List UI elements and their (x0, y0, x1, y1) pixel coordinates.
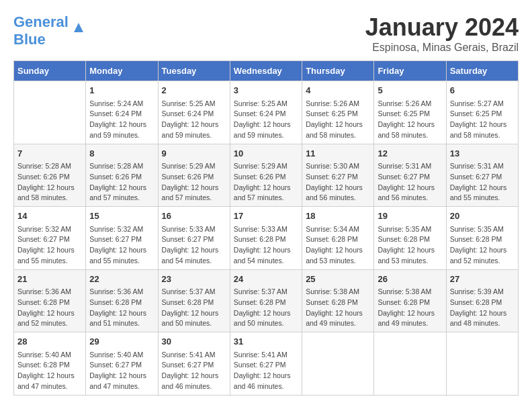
day-number: 7 (17, 147, 82, 161)
calendar-day-cell: 25Sunrise: 5:38 AM Sunset: 6:28 PM Dayli… (302, 269, 374, 332)
day-number: 11 (306, 147, 370, 161)
day-info: Sunrise: 5:32 AM Sunset: 6:27 PM Dayligh… (17, 224, 82, 267)
day-number: 27 (450, 273, 515, 286)
month-year-title: January 2024 (365, 13, 519, 42)
day-number: 5 (378, 84, 442, 97)
column-header-monday: Monday (86, 61, 158, 81)
day-info: Sunrise: 5:36 AM Sunset: 6:28 PM Dayligh… (89, 287, 154, 329)
svg-marker-0 (74, 23, 83, 32)
calendar-day-cell: 7Sunrise: 5:28 AM Sunset: 6:26 PM Daylig… (14, 144, 86, 207)
day-info: Sunrise: 5:36 AM Sunset: 6:28 PM Dayligh… (17, 287, 82, 329)
day-number: 19 (378, 210, 442, 223)
day-number: 25 (306, 273, 370, 286)
day-info: Sunrise: 5:41 AM Sunset: 6:27 PM Dayligh… (162, 350, 226, 392)
calendar-day-cell: 28Sunrise: 5:40 AM Sunset: 6:28 PM Dayli… (14, 332, 86, 396)
calendar-day-cell: 1Sunrise: 5:24 AM Sunset: 6:24 PM Daylig… (86, 81, 158, 144)
calendar-day-cell: 21Sunrise: 5:36 AM Sunset: 6:28 PM Dayli… (14, 269, 86, 332)
day-info: Sunrise: 5:29 AM Sunset: 6:26 PM Dayligh… (162, 161, 226, 203)
calendar-header-row: SundayMondayTuesdayWednesdayThursdayFrid… (14, 61, 519, 81)
day-info: Sunrise: 5:31 AM Sunset: 6:27 PM Dayligh… (378, 161, 442, 203)
day-number: 9 (162, 147, 226, 161)
calendar-day-cell: 11Sunrise: 5:30 AM Sunset: 6:27 PM Dayli… (302, 144, 374, 207)
day-info: Sunrise: 5:31 AM Sunset: 6:27 PM Dayligh… (450, 161, 515, 203)
column-header-wednesday: Wednesday (230, 61, 302, 81)
calendar-day-cell: 22Sunrise: 5:36 AM Sunset: 6:28 PM Dayli… (86, 269, 158, 332)
day-number: 1 (89, 84, 154, 97)
calendar-day-cell: 4Sunrise: 5:26 AM Sunset: 6:25 PM Daylig… (302, 81, 374, 144)
day-info: Sunrise: 5:38 AM Sunset: 6:28 PM Dayligh… (306, 287, 370, 329)
day-info: Sunrise: 5:40 AM Sunset: 6:27 PM Dayligh… (89, 350, 154, 392)
calendar-day-cell: 18Sunrise: 5:34 AM Sunset: 6:28 PM Dayli… (302, 207, 374, 270)
location-subtitle: Espinosa, Minas Gerais, Brazil (365, 42, 519, 54)
day-info: Sunrise: 5:28 AM Sunset: 6:26 PM Dayligh… (17, 161, 82, 203)
day-info: Sunrise: 5:38 AM Sunset: 6:28 PM Dayligh… (378, 287, 442, 329)
day-number: 4 (306, 84, 370, 97)
calendar-day-cell: 16Sunrise: 5:33 AM Sunset: 6:27 PM Dayli… (158, 207, 230, 270)
day-info: Sunrise: 5:28 AM Sunset: 6:26 PM Dayligh… (89, 161, 154, 203)
calendar-day-cell: 20Sunrise: 5:35 AM Sunset: 6:28 PM Dayli… (446, 207, 518, 270)
calendar-day-cell: 9Sunrise: 5:29 AM Sunset: 6:26 PM Daylig… (158, 144, 230, 207)
day-number: 6 (450, 84, 515, 97)
day-info: Sunrise: 5:34 AM Sunset: 6:28 PM Dayligh… (306, 224, 370, 267)
day-number: 13 (450, 147, 515, 161)
calendar-day-cell (14, 81, 86, 144)
calendar-body: 1Sunrise: 5:24 AM Sunset: 6:24 PM Daylig… (14, 81, 519, 396)
day-info: Sunrise: 5:30 AM Sunset: 6:27 PM Dayligh… (306, 161, 370, 203)
calendar-day-cell: 27Sunrise: 5:39 AM Sunset: 6:28 PM Dayli… (446, 269, 518, 332)
column-header-friday: Friday (374, 61, 446, 81)
day-number: 2 (162, 84, 226, 97)
day-info: Sunrise: 5:40 AM Sunset: 6:28 PM Dayligh… (17, 350, 82, 392)
day-info: Sunrise: 5:33 AM Sunset: 6:28 PM Dayligh… (234, 224, 298, 267)
day-number: 8 (89, 147, 154, 161)
column-header-thursday: Thursday (302, 61, 374, 81)
calendar-day-cell: 29Sunrise: 5:40 AM Sunset: 6:27 PM Dayli… (86, 332, 158, 396)
calendar-day-cell: 6Sunrise: 5:27 AM Sunset: 6:25 PM Daylig… (446, 81, 518, 144)
calendar-day-cell: 26Sunrise: 5:38 AM Sunset: 6:28 PM Dayli… (374, 269, 446, 332)
calendar-day-cell: 5Sunrise: 5:26 AM Sunset: 6:25 PM Daylig… (374, 81, 446, 144)
day-number: 16 (162, 210, 226, 223)
logo-text: General Blue (13, 13, 69, 48)
day-number: 17 (234, 210, 298, 223)
calendar-day-cell: 15Sunrise: 5:32 AM Sunset: 6:27 PM Dayli… (86, 207, 158, 270)
day-number: 28 (17, 335, 82, 349)
day-info: Sunrise: 5:32 AM Sunset: 6:27 PM Dayligh… (89, 224, 154, 267)
day-number: 15 (89, 210, 154, 223)
day-info: Sunrise: 5:26 AM Sunset: 6:25 PM Dayligh… (306, 99, 370, 141)
day-info: Sunrise: 5:35 AM Sunset: 6:28 PM Dayligh… (450, 224, 515, 267)
calendar-day-cell: 13Sunrise: 5:31 AM Sunset: 6:27 PM Dayli… (446, 144, 518, 207)
day-number: 10 (234, 147, 298, 161)
calendar-day-cell: 17Sunrise: 5:33 AM Sunset: 6:28 PM Dayli… (230, 207, 302, 270)
calendar-day-cell: 10Sunrise: 5:29 AM Sunset: 6:26 PM Dayli… (230, 144, 302, 207)
calendar-week-row: 14Sunrise: 5:32 AM Sunset: 6:27 PM Dayli… (14, 207, 519, 270)
day-number: 22 (89, 273, 154, 286)
calendar-day-cell (374, 332, 446, 396)
title-block: January 2024 Espinosa, Minas Gerais, Bra… (365, 13, 519, 54)
calendar-day-cell: 19Sunrise: 5:35 AM Sunset: 6:28 PM Dayli… (374, 207, 446, 270)
column-header-sunday: Sunday (14, 61, 86, 81)
day-number: 30 (162, 335, 226, 349)
day-number: 18 (306, 210, 370, 223)
page-header: General Blue January 2024 Espinosa, Mina… (13, 13, 519, 54)
day-info: Sunrise: 5:24 AM Sunset: 6:24 PM Dayligh… (89, 99, 154, 141)
day-info: Sunrise: 5:33 AM Sunset: 6:27 PM Dayligh… (162, 224, 226, 267)
day-info: Sunrise: 5:26 AM Sunset: 6:25 PM Dayligh… (378, 99, 442, 141)
day-info: Sunrise: 5:37 AM Sunset: 6:28 PM Dayligh… (162, 287, 226, 329)
calendar-day-cell: 23Sunrise: 5:37 AM Sunset: 6:28 PM Dayli… (158, 269, 230, 332)
column-header-saturday: Saturday (446, 61, 518, 81)
day-number: 23 (162, 273, 226, 286)
calendar-week-row: 21Sunrise: 5:36 AM Sunset: 6:28 PM Dayli… (14, 269, 519, 332)
day-number: 3 (234, 84, 298, 97)
day-number: 26 (378, 273, 442, 286)
column-header-tuesday: Tuesday (158, 61, 230, 81)
calendar-day-cell: 2Sunrise: 5:25 AM Sunset: 6:24 PM Daylig… (158, 81, 230, 144)
calendar-day-cell (302, 332, 374, 396)
day-info: Sunrise: 5:39 AM Sunset: 6:28 PM Dayligh… (450, 287, 515, 329)
day-info: Sunrise: 5:41 AM Sunset: 6:27 PM Dayligh… (234, 350, 298, 392)
day-number: 14 (17, 210, 82, 223)
calendar-week-row: 7Sunrise: 5:28 AM Sunset: 6:26 PM Daylig… (14, 144, 519, 207)
day-number: 31 (234, 335, 298, 349)
logo: General Blue (13, 13, 86, 48)
day-number: 21 (17, 273, 82, 286)
day-number: 20 (450, 210, 515, 223)
calendar-week-row: 28Sunrise: 5:40 AM Sunset: 6:28 PM Dayli… (14, 332, 519, 396)
